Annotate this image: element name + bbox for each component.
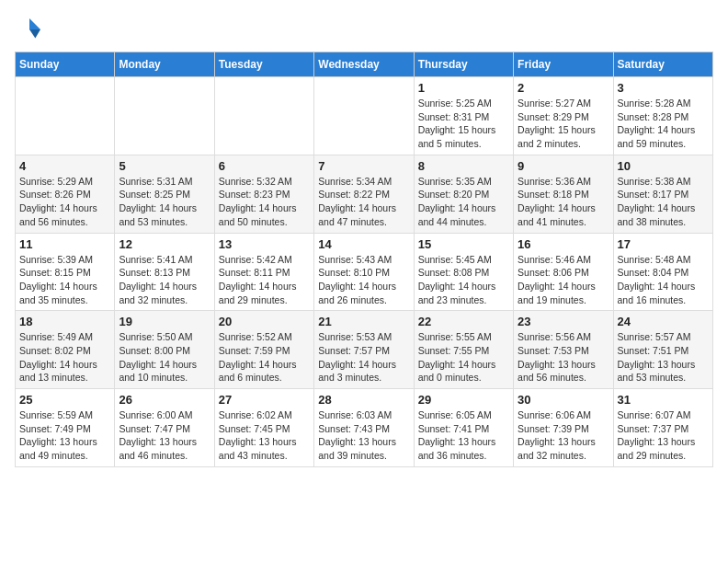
day-number: 18 (19, 315, 110, 328)
day-info: Sunrise: 5:49 AMSunset: 8:02 PMDaylight:… (19, 330, 110, 385)
day-info: Sunrise: 6:05 AMSunset: 7:41 PMDaylight:… (418, 408, 509, 463)
day-info: Sunrise: 6:02 AMSunset: 7:45 PMDaylight:… (219, 408, 310, 463)
calendar-cell: 5Sunrise: 5:31 AMSunset: 8:25 PMDaylight… (115, 155, 214, 233)
calendar-cell: 27Sunrise: 6:02 AMSunset: 7:45 PMDayligh… (214, 389, 313, 467)
day-number: 27 (219, 393, 310, 407)
calendar-day-header: Saturday (613, 52, 712, 77)
calendar-day-header: Friday (514, 52, 613, 77)
day-number: 15 (418, 237, 509, 251)
calendar-cell: 26Sunrise: 6:00 AMSunset: 7:47 PMDayligh… (115, 389, 214, 467)
calendar-week-row: 4Sunrise: 5:29 AMSunset: 8:26 PMDaylight… (16, 155, 713, 233)
day-info: Sunrise: 6:07 AMSunset: 7:37 PMDaylight:… (618, 408, 709, 463)
day-info: Sunrise: 6:03 AMSunset: 7:43 PMDaylight:… (318, 408, 409, 463)
day-info: Sunrise: 5:42 AMSunset: 8:11 PMDaylight:… (219, 253, 310, 307)
calendar-cell: 8Sunrise: 5:35 AMSunset: 8:20 PMDaylight… (414, 155, 513, 233)
day-number: 4 (19, 159, 110, 173)
calendar-cell: 18Sunrise: 5:49 AMSunset: 8:02 PMDayligh… (16, 311, 115, 389)
day-info: Sunrise: 5:50 AMSunset: 8:00 PMDaylight:… (119, 330, 210, 385)
calendar-cell (214, 77, 313, 155)
page-header (15, 15, 713, 44)
svg-marker-1 (29, 29, 40, 39)
logo (15, 15, 48, 44)
day-number: 9 (518, 159, 609, 173)
calendar-cell: 22Sunrise: 5:55 AMSunset: 7:55 PMDayligh… (414, 311, 513, 389)
day-info: Sunrise: 5:55 AMSunset: 7:55 PMDaylight:… (418, 330, 509, 385)
calendar-cell: 17Sunrise: 5:48 AMSunset: 8:04 PMDayligh… (613, 233, 712, 311)
day-info: Sunrise: 6:00 AMSunset: 7:47 PMDaylight:… (119, 408, 210, 463)
calendar-cell: 24Sunrise: 5:57 AMSunset: 7:51 PMDayligh… (613, 311, 712, 389)
day-info: Sunrise: 5:35 AMSunset: 8:20 PMDaylight:… (418, 175, 509, 229)
calendar-cell: 13Sunrise: 5:42 AMSunset: 8:11 PMDayligh… (214, 233, 313, 311)
calendar-cell (115, 77, 214, 155)
calendar-header-row: SundayMondayTuesdayWednesdayThursdayFrid… (16, 52, 713, 77)
calendar-day-header: Thursday (414, 52, 513, 77)
calendar-cell: 30Sunrise: 6:06 AMSunset: 7:39 PMDayligh… (514, 389, 613, 467)
day-number: 30 (518, 393, 609, 407)
day-number: 1 (418, 81, 509, 95)
calendar-week-row: 11Sunrise: 5:39 AMSunset: 8:15 PMDayligh… (16, 233, 713, 311)
day-info: Sunrise: 5:59 AMSunset: 7:49 PMDaylight:… (19, 408, 110, 463)
calendar-cell: 29Sunrise: 6:05 AMSunset: 7:41 PMDayligh… (414, 389, 513, 467)
logo-icon (15, 15, 44, 44)
calendar-cell: 28Sunrise: 6:03 AMSunset: 7:43 PMDayligh… (314, 389, 414, 467)
day-info: Sunrise: 5:34 AMSunset: 8:22 PMDaylight:… (318, 175, 409, 229)
calendar-cell: 3Sunrise: 5:28 AMSunset: 8:28 PMDaylight… (613, 77, 712, 155)
calendar-cell: 14Sunrise: 5:43 AMSunset: 8:10 PMDayligh… (314, 233, 414, 311)
day-info: Sunrise: 5:52 AMSunset: 7:59 PMDaylight:… (219, 330, 310, 385)
day-info: Sunrise: 5:29 AMSunset: 8:26 PMDaylight:… (19, 175, 110, 229)
calendar-cell: 4Sunrise: 5:29 AMSunset: 8:26 PMDaylight… (16, 155, 115, 233)
day-info: Sunrise: 5:27 AMSunset: 8:29 PMDaylight:… (518, 97, 609, 151)
day-info: Sunrise: 5:31 AMSunset: 8:25 PMDaylight:… (119, 175, 210, 229)
day-number: 10 (618, 159, 709, 173)
day-number: 13 (219, 237, 310, 251)
day-number: 12 (119, 237, 210, 251)
day-info: Sunrise: 5:25 AMSunset: 8:31 PMDaylight:… (418, 97, 509, 151)
calendar-day-header: Wednesday (314, 52, 414, 77)
calendar-cell: 25Sunrise: 5:59 AMSunset: 7:49 PMDayligh… (16, 389, 115, 467)
calendar-cell: 6Sunrise: 5:32 AMSunset: 8:23 PMDaylight… (214, 155, 313, 233)
day-number: 2 (518, 81, 609, 95)
calendar-cell: 21Sunrise: 5:53 AMSunset: 7:57 PMDayligh… (314, 311, 414, 389)
calendar-day-header: Sunday (16, 52, 115, 77)
day-info: Sunrise: 5:28 AMSunset: 8:28 PMDaylight:… (618, 97, 709, 151)
day-info: Sunrise: 5:38 AMSunset: 8:17 PMDaylight:… (618, 175, 709, 229)
calendar-cell: 10Sunrise: 5:38 AMSunset: 8:17 PMDayligh… (613, 155, 712, 233)
day-info: Sunrise: 5:43 AMSunset: 8:10 PMDaylight:… (318, 253, 409, 307)
day-number: 19 (119, 315, 210, 328)
day-number: 16 (518, 237, 609, 251)
day-number: 28 (318, 393, 409, 407)
calendar-cell (16, 77, 115, 155)
calendar-week-row: 25Sunrise: 5:59 AMSunset: 7:49 PMDayligh… (16, 389, 713, 467)
calendar-cell (314, 77, 414, 155)
day-info: Sunrise: 5:45 AMSunset: 8:08 PMDaylight:… (418, 253, 509, 307)
day-info: Sunrise: 5:46 AMSunset: 8:06 PMDaylight:… (518, 253, 609, 307)
day-number: 21 (318, 315, 409, 328)
day-number: 24 (618, 315, 709, 328)
calendar-cell: 12Sunrise: 5:41 AMSunset: 8:13 PMDayligh… (115, 233, 214, 311)
day-info: Sunrise: 5:56 AMSunset: 7:53 PMDaylight:… (518, 330, 609, 385)
day-number: 6 (219, 159, 310, 173)
day-number: 31 (618, 393, 709, 407)
calendar-cell: 16Sunrise: 5:46 AMSunset: 8:06 PMDayligh… (514, 233, 613, 311)
calendar-cell: 11Sunrise: 5:39 AMSunset: 8:15 PMDayligh… (16, 233, 115, 311)
day-number: 3 (618, 81, 709, 95)
calendar-day-header: Tuesday (214, 52, 313, 77)
calendar-cell: 31Sunrise: 6:07 AMSunset: 7:37 PMDayligh… (613, 389, 712, 467)
day-number: 25 (19, 393, 110, 407)
calendar-cell: 1Sunrise: 5:25 AMSunset: 8:31 PMDaylight… (414, 77, 513, 155)
day-info: Sunrise: 5:57 AMSunset: 7:51 PMDaylight:… (618, 330, 709, 385)
calendar-cell: 23Sunrise: 5:56 AMSunset: 7:53 PMDayligh… (514, 311, 613, 389)
calendar-cell: 19Sunrise: 5:50 AMSunset: 8:00 PMDayligh… (115, 311, 214, 389)
day-number: 22 (418, 315, 509, 328)
day-info: Sunrise: 5:48 AMSunset: 8:04 PMDaylight:… (618, 253, 709, 307)
day-info: Sunrise: 5:32 AMSunset: 8:23 PMDaylight:… (219, 175, 310, 229)
day-number: 29 (418, 393, 509, 407)
svg-marker-0 (29, 18, 40, 29)
day-info: Sunrise: 5:36 AMSunset: 8:18 PMDaylight:… (518, 175, 609, 229)
calendar-cell: 20Sunrise: 5:52 AMSunset: 7:59 PMDayligh… (214, 311, 313, 389)
calendar-day-header: Monday (115, 52, 214, 77)
day-info: Sunrise: 5:53 AMSunset: 7:57 PMDaylight:… (318, 330, 409, 385)
calendar-week-row: 1Sunrise: 5:25 AMSunset: 8:31 PMDaylight… (16, 77, 713, 155)
calendar-week-row: 18Sunrise: 5:49 AMSunset: 8:02 PMDayligh… (16, 311, 713, 389)
day-number: 26 (119, 393, 210, 407)
